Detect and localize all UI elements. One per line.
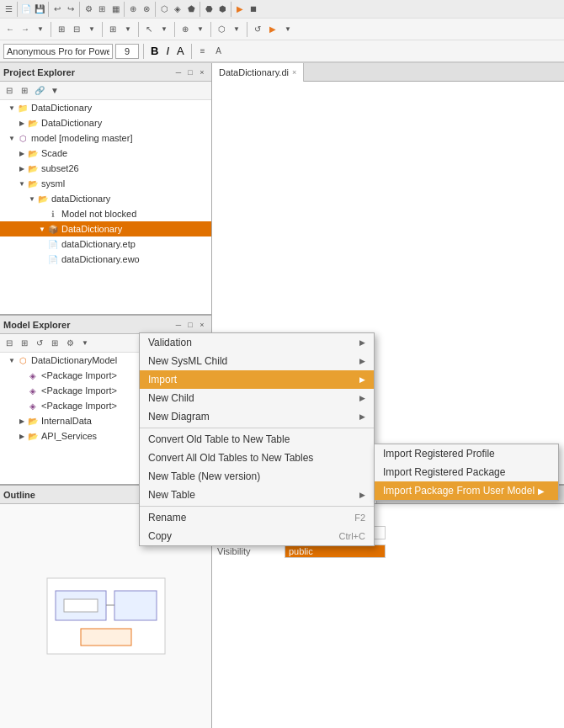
refresh-icon[interactable]: ↺ — [251, 23, 264, 36]
tree-item-sysml[interactable]: ▼ 📂 sysml — [0, 176, 211, 191]
cursor-icon[interactable]: ↖ — [142, 23, 156, 36]
expander-sysml[interactable]: ▼ — [17, 178, 27, 189]
ctx-new-sysml[interactable]: New SysML Child ▶ — [140, 352, 374, 370]
ctx-new-child[interactable]: New Child ▶ — [140, 389, 374, 407]
stop-icon[interactable]: ⏹ — [247, 3, 260, 16]
me-settings-icon[interactable]: ⚙ — [63, 337, 77, 350]
expander-internal[interactable]: ▶ — [17, 416, 27, 426]
expander-api[interactable]: ▶ — [17, 431, 27, 441]
save-icon[interactable]: 💾 — [33, 3, 46, 16]
expander-dd-root[interactable]: ▼ — [7, 103, 17, 113]
expander-scade[interactable]: ▶ — [17, 148, 27, 158]
tool8-icon[interactable]: ⬟ — [184, 3, 198, 16]
tool10-icon[interactable]: ⬢ — [215, 3, 229, 16]
tool2-icon[interactable]: ⊞ — [95, 3, 109, 16]
cursor2-icon[interactable]: ▼ — [157, 23, 171, 36]
run-icon[interactable]: ▶ — [233, 3, 247, 16]
expander-subset26[interactable]: ▶ — [17, 163, 27, 173]
align-icon[interactable]: ≡ — [196, 45, 210, 58]
ctx-validation[interactable]: Validation ▶ — [140, 333, 374, 352]
tool6-icon[interactable]: ⬡ — [157, 3, 171, 16]
redo-icon[interactable]: ↪ — [64, 3, 77, 16]
tree-item-dd-root[interactable]: ▼ 📁 DataDictionary — [0, 100, 211, 115]
ctx-import-label: Import — [148, 374, 177, 385]
fwd-icon[interactable]: → — [19, 23, 32, 36]
ctx-convert-all[interactable]: Convert All Old Tables to New Tables — [140, 449, 374, 467]
me-filter-icon[interactable]: ⊞ — [48, 337, 61, 350]
tool4-icon[interactable]: ⊕ — [126, 3, 140, 16]
sub-import-registered-profile[interactable]: Import Registered Profile — [375, 444, 558, 463]
drop3-icon[interactable]: ▼ — [121, 23, 135, 36]
view-icon[interactable]: ⊞ — [106, 23, 120, 36]
undo-icon[interactable]: ↩ — [51, 3, 64, 16]
tree-item-scade[interactable]: ▶ 📂 Scade — [0, 146, 211, 161]
layout-icon[interactable]: ⬡ — [215, 23, 228, 36]
drop5-icon[interactable]: ▼ — [281, 23, 295, 36]
tree-item-datadictionary-selected[interactable]: ▼ 📦 DataDictionary — [0, 221, 211, 236]
pe-filter-icon[interactable]: ▼ — [48, 84, 61, 98]
ctx-copy[interactable]: Copy Ctrl+C — [140, 527, 374, 545]
zoom-icon[interactable]: ⊕ — [178, 23, 192, 36]
ctx-new-diagram[interactable]: New Diagram ▶ — [140, 407, 374, 426]
zoom2-icon[interactable]: ▼ — [194, 23, 207, 36]
close-icon[interactable]: × — [196, 66, 208, 78]
tool5-icon[interactable]: ⊗ — [140, 3, 153, 16]
minimize-icon[interactable]: ─ — [173, 66, 184, 78]
drop2-icon[interactable]: ▼ — [85, 23, 98, 36]
drop-icon[interactable]: ▼ — [34, 23, 47, 36]
me-drop-icon[interactable]: ▼ — [78, 337, 92, 350]
tool7-icon[interactable]: ◈ — [171, 3, 184, 16]
me-close-icon[interactable]: × — [196, 319, 208, 331]
tree-item-model-root[interactable]: ▼ ⬡ model [modeling master] — [0, 130, 211, 146]
ctx-rename[interactable]: Rename F2 — [140, 508, 374, 527]
menu-file-icon[interactable]: ☰ — [2, 3, 15, 16]
ctx-sep1 — [140, 428, 374, 428]
tree-item-etp[interactable]: ▶ 📄 dataDictionary.etp — [0, 236, 211, 252]
italic-button[interactable]: I — [163, 45, 172, 57]
sub-import-registered-package[interactable]: Import Registered Package — [375, 463, 558, 481]
ctx-new-table-new[interactable]: New Table (New version) — [140, 467, 374, 486]
font-size-input[interactable] — [115, 44, 139, 59]
svg-rect-2 — [64, 599, 98, 612]
me-collapse-icon[interactable]: ⊞ — [18, 337, 31, 350]
sub-import-user-model[interactable]: Import Package From User Model ▶ — [375, 481, 558, 500]
pe-link-icon[interactable]: 🔗 — [33, 84, 46, 98]
font-name-input[interactable] — [3, 44, 113, 59]
expander-datadict-folder[interactable]: ▼ — [27, 194, 37, 204]
maximize-icon[interactable]: □ — [184, 66, 196, 78]
ctx-import[interactable]: Import ▶ — [140, 370, 374, 389]
editor-tab-label: DataDictionary.di — [219, 67, 289, 77]
expander-dd-sel[interactable]: ▼ — [37, 224, 47, 234]
ctx-convert-old[interactable]: Convert Old Table to New Table — [140, 430, 374, 449]
arrange-icon[interactable]: ⊟ — [70, 23, 83, 36]
expander-model[interactable]: ▼ — [7, 133, 17, 143]
me-maximize-icon[interactable]: □ — [184, 319, 196, 331]
bold-button[interactable]: B — [148, 45, 161, 57]
me-sync-icon[interactable]: ↺ — [33, 337, 46, 350]
tree-item-dd-child[interactable]: ▶ 📂 DataDictionary — [0, 115, 211, 130]
back-icon[interactable]: ← — [3, 23, 17, 36]
me-expand-icon[interactable]: ⊟ — [3, 337, 16, 350]
pe-collapse-icon[interactable]: ⊟ — [3, 84, 16, 98]
tool9-icon[interactable]: ⬣ — [202, 3, 215, 16]
underline-button[interactable]: A — [174, 45, 187, 57]
tool3-icon[interactable]: ▦ — [109, 3, 122, 16]
drop4-icon[interactable]: ▼ — [230, 23, 243, 36]
color-icon[interactable]: A — [212, 45, 226, 58]
select-icon[interactable]: ⊞ — [55, 23, 68, 36]
new-icon[interactable]: 📄 — [19, 3, 33, 16]
ctx-new-table[interactable]: New Table ▶ — [140, 486, 374, 504]
folder-icon: 📂 — [27, 117, 39, 129]
tree-item-model-not-blocked[interactable]: ▶ ℹ Model not blocked — [0, 206, 211, 221]
tool1-icon[interactable]: ⚙ — [82, 3, 95, 16]
editor-tab-close[interactable]: × — [292, 68, 296, 77]
pe-expand-icon[interactable]: ⊞ — [18, 84, 31, 98]
tree-item-ewo[interactable]: ▶ 📄 dataDictionary.ewo — [0, 252, 211, 267]
expander-dd-child[interactable]: ▶ — [17, 118, 27, 128]
me-minimize-icon[interactable]: ─ — [173, 319, 184, 331]
tree-item-datadict-folder[interactable]: ▼ 📂 dataDictionary — [0, 191, 211, 206]
editor-tab-datadict[interactable]: DataDictionary.di × — [212, 63, 304, 82]
play2-icon[interactable]: ▶ — [266, 23, 279, 36]
tree-item-subset26[interactable]: ▶ 📂 subset26 — [0, 161, 211, 176]
expander-ddmodel[interactable]: ▼ — [7, 355, 17, 365]
